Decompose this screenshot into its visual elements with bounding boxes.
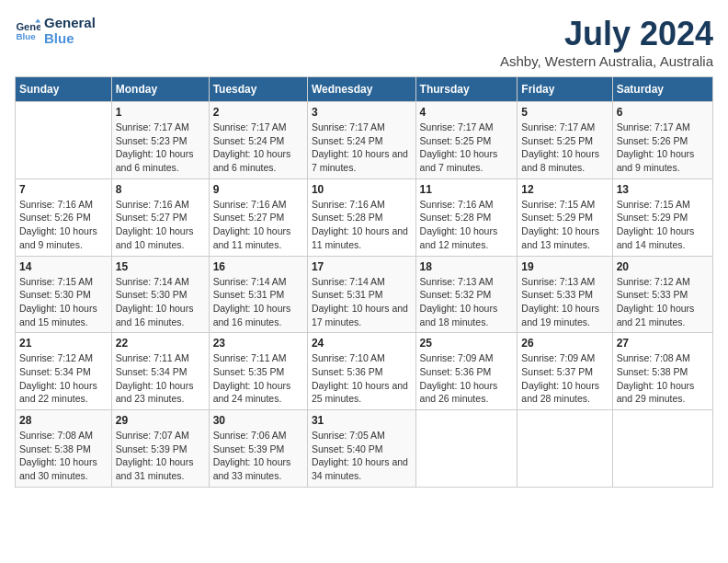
day-number: 22 — [116, 337, 205, 350]
day-info: Sunrise: 7:17 AMSunset: 5:23 PMDaylight:… — [116, 121, 205, 175]
weekday-header: Tuesday — [209, 77, 307, 102]
day-info: Sunrise: 7:12 AMSunset: 5:33 PMDaylight:… — [617, 275, 709, 329]
calendar-cell: 18Sunrise: 7:13 AMSunset: 5:32 PMDayligh… — [415, 256, 518, 333]
day-info: Sunrise: 7:08 AMSunset: 5:38 PMDaylight:… — [19, 429, 108, 483]
day-info: Sunrise: 7:11 AMSunset: 5:35 PMDaylight:… — [213, 351, 303, 406]
calendar-cell: 27Sunrise: 7:08 AMSunset: 5:38 PMDayligh… — [612, 333, 712, 410]
day-info: Sunrise: 7:16 AMSunset: 5:28 PMDaylight:… — [312, 198, 412, 252]
day-info: Sunrise: 7:11 AMSunset: 5:34 PMDaylight:… — [116, 351, 205, 406]
day-number: 12 — [521, 183, 608, 196]
day-info: Sunrise: 7:13 AMSunset: 5:33 PMDaylight:… — [521, 275, 608, 329]
calendar-table: SundayMondayTuesdayWednesdayThursdayFrid… — [15, 76, 713, 488]
header: General Blue General Blue July 2024 Ashb… — [15, 15, 713, 69]
calendar-week-row: 7Sunrise: 7:16 AMSunset: 5:26 PMDaylight… — [16, 178, 713, 256]
calendar-cell: 3Sunrise: 7:17 AMSunset: 5:24 PMDaylight… — [307, 102, 415, 179]
calendar-cell: 5Sunrise: 7:17 AMSunset: 5:25 PMDaylight… — [518, 102, 612, 179]
calendar-cell: 30Sunrise: 7:06 AMSunset: 5:39 PMDayligh… — [209, 410, 307, 488]
day-number: 16 — [213, 260, 303, 273]
day-number: 6 — [617, 106, 709, 119]
weekday-header-row: SundayMondayTuesdayWednesdayThursdayFrid… — [16, 77, 713, 102]
calendar-cell: 28Sunrise: 7:08 AMSunset: 5:38 PMDayligh… — [16, 410, 112, 488]
calendar-cell: 24Sunrise: 7:10 AMSunset: 5:36 PMDayligh… — [307, 333, 415, 410]
day-info: Sunrise: 7:15 AMSunset: 5:29 PMDaylight:… — [617, 198, 709, 252]
weekday-header: Saturday — [612, 77, 712, 102]
day-info: Sunrise: 7:17 AMSunset: 5:26 PMDaylight:… — [617, 121, 709, 175]
weekday-header: Wednesday — [307, 77, 415, 102]
day-info: Sunrise: 7:17 AMSunset: 5:24 PMDaylight:… — [213, 121, 303, 175]
day-info: Sunrise: 7:17 AMSunset: 5:24 PMDaylight:… — [312, 121, 412, 175]
calendar-cell — [415, 410, 518, 488]
day-number: 29 — [116, 414, 205, 427]
day-number: 7 — [19, 183, 108, 196]
day-info: Sunrise: 7:14 AMSunset: 5:31 PMDaylight:… — [213, 275, 303, 329]
day-number: 30 — [213, 414, 303, 427]
day-number: 13 — [617, 183, 709, 196]
day-info: Sunrise: 7:17 AMSunset: 5:25 PMDaylight:… — [420, 121, 514, 175]
calendar-cell — [16, 102, 112, 179]
calendar-cell: 16Sunrise: 7:14 AMSunset: 5:31 PMDayligh… — [209, 256, 307, 333]
calendar-cell: 17Sunrise: 7:14 AMSunset: 5:31 PMDayligh… — [307, 256, 415, 333]
day-info: Sunrise: 7:05 AMSunset: 5:40 PMDaylight:… — [312, 429, 412, 483]
day-number: 21 — [19, 337, 108, 350]
weekday-header: Monday — [111, 77, 209, 102]
day-number: 1 — [116, 106, 205, 119]
calendar-cell: 20Sunrise: 7:12 AMSunset: 5:33 PMDayligh… — [612, 256, 712, 333]
day-info: Sunrise: 7:06 AMSunset: 5:39 PMDaylight:… — [213, 429, 303, 483]
day-number: 18 — [420, 260, 514, 273]
day-info: Sunrise: 7:17 AMSunset: 5:25 PMDaylight:… — [521, 121, 608, 175]
day-number: 15 — [116, 260, 205, 273]
calendar-week-row: 14Sunrise: 7:15 AMSunset: 5:30 PMDayligh… — [16, 256, 713, 333]
day-info: Sunrise: 7:13 AMSunset: 5:32 PMDaylight:… — [420, 275, 514, 329]
calendar-cell: 13Sunrise: 7:15 AMSunset: 5:29 PMDayligh… — [612, 178, 712, 256]
day-info: Sunrise: 7:15 AMSunset: 5:30 PMDaylight:… — [19, 275, 108, 329]
calendar-cell: 31Sunrise: 7:05 AMSunset: 5:40 PMDayligh… — [307, 410, 415, 488]
day-info: Sunrise: 7:12 AMSunset: 5:34 PMDaylight:… — [19, 351, 108, 406]
day-info: Sunrise: 7:15 AMSunset: 5:29 PMDaylight:… — [521, 198, 608, 252]
day-number: 31 — [312, 414, 412, 427]
calendar-cell: 1Sunrise: 7:17 AMSunset: 5:23 PMDaylight… — [111, 102, 209, 179]
day-number: 19 — [521, 260, 608, 273]
logo-line2: Blue — [44, 30, 96, 46]
calendar-cell: 9Sunrise: 7:16 AMSunset: 5:27 PMDaylight… — [209, 178, 307, 256]
day-number: 26 — [521, 337, 608, 350]
subtitle: Ashby, Western Australia, Australia — [500, 53, 713, 69]
calendar-week-row: 21Sunrise: 7:12 AMSunset: 5:34 PMDayligh… — [16, 333, 713, 410]
day-info: Sunrise: 7:07 AMSunset: 5:39 PMDaylight:… — [116, 429, 205, 483]
day-number: 3 — [312, 106, 412, 119]
calendar-cell — [612, 410, 712, 488]
day-number: 25 — [420, 337, 514, 350]
calendar-cell: 23Sunrise: 7:11 AMSunset: 5:35 PMDayligh… — [209, 333, 307, 410]
day-info: Sunrise: 7:16 AMSunset: 5:27 PMDaylight:… — [213, 198, 303, 252]
day-number: 27 — [617, 337, 709, 350]
calendar-cell: 12Sunrise: 7:15 AMSunset: 5:29 PMDayligh… — [518, 178, 612, 256]
day-info: Sunrise: 7:14 AMSunset: 5:30 PMDaylight:… — [116, 275, 205, 329]
main-title: July 2024 — [500, 15, 713, 53]
day-number: 4 — [420, 106, 514, 119]
day-info: Sunrise: 7:14 AMSunset: 5:31 PMDaylight:… — [312, 275, 412, 329]
calendar-week-row: 1Sunrise: 7:17 AMSunset: 5:23 PMDaylight… — [16, 102, 713, 179]
day-info: Sunrise: 7:09 AMSunset: 5:36 PMDaylight:… — [420, 351, 514, 406]
calendar-cell: 25Sunrise: 7:09 AMSunset: 5:36 PMDayligh… — [415, 333, 518, 410]
day-number: 14 — [19, 260, 108, 273]
day-number: 2 — [213, 106, 303, 119]
calendar-cell: 4Sunrise: 7:17 AMSunset: 5:25 PMDaylight… — [415, 102, 518, 179]
day-number: 8 — [116, 183, 205, 196]
logo-icon: General Blue — [15, 17, 40, 43]
calendar-cell: 15Sunrise: 7:14 AMSunset: 5:30 PMDayligh… — [111, 256, 209, 333]
logo: General Blue General Blue — [15, 15, 96, 46]
calendar-cell: 22Sunrise: 7:11 AMSunset: 5:34 PMDayligh… — [111, 333, 209, 410]
day-number: 9 — [213, 183, 303, 196]
weekday-header: Thursday — [415, 77, 518, 102]
day-number: 24 — [312, 337, 412, 350]
calendar-cell: 19Sunrise: 7:13 AMSunset: 5:33 PMDayligh… — [518, 256, 612, 333]
day-info: Sunrise: 7:16 AMSunset: 5:26 PMDaylight:… — [19, 198, 108, 252]
calendar-week-row: 28Sunrise: 7:08 AMSunset: 5:38 PMDayligh… — [16, 410, 713, 488]
calendar-cell: 7Sunrise: 7:16 AMSunset: 5:26 PMDaylight… — [16, 178, 112, 256]
calendar-cell: 2Sunrise: 7:17 AMSunset: 5:24 PMDaylight… — [209, 102, 307, 179]
day-info: Sunrise: 7:16 AMSunset: 5:27 PMDaylight:… — [116, 198, 205, 252]
calendar-cell: 14Sunrise: 7:15 AMSunset: 5:30 PMDayligh… — [16, 256, 112, 333]
calendar-cell: 26Sunrise: 7:09 AMSunset: 5:37 PMDayligh… — [518, 333, 612, 410]
day-number: 28 — [19, 414, 108, 427]
calendar-cell: 11Sunrise: 7:16 AMSunset: 5:28 PMDayligh… — [415, 178, 518, 256]
day-info: Sunrise: 7:08 AMSunset: 5:38 PMDaylight:… — [617, 351, 709, 406]
